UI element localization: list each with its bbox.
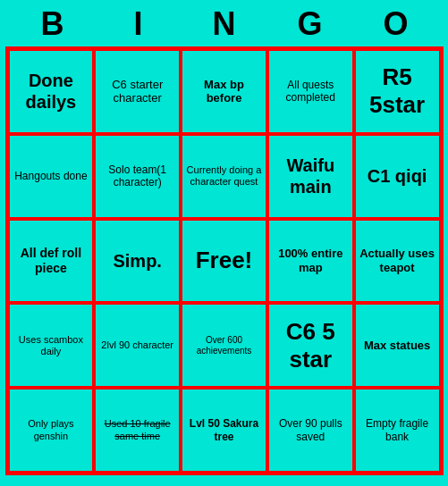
cell-11: Simp. [94,219,181,304]
cell-12: Free! [181,219,267,304]
cell-3: All quests completed [267,49,354,134]
letter-i: I [103,5,174,43]
letter-n: N [189,5,260,43]
cell-4: R5 5star [354,49,441,134]
cell-20: Only plays genshin [8,388,95,473]
cell-24: Empty fragile bank [354,388,441,473]
cell-7: Currently doing a character quest [181,134,267,219]
cell-0: Done dailys [8,49,95,134]
cell-16: 2lvl 90 character [94,303,181,388]
cell-9: C1 qiqi [354,134,441,219]
cell-17: Over 600 achievements [181,303,267,388]
cell-15: Uses scambox daily [8,303,95,388]
cell-22: Lvl 50 Sakura tree [181,388,267,473]
letter-g: G [275,5,346,43]
cell-1: C6 starter character [94,49,181,134]
cell-18: C6 5 star [267,303,354,388]
cell-23: Over 90 pulls saved [267,388,354,473]
cell-19: Max statues [354,303,441,388]
cell-6: Solo team(1 character) [94,134,181,219]
cell-5: Hangouts done [8,134,95,219]
cell-13: 100% entire map [267,219,354,304]
cell-14: Actually uses teapot [354,219,441,304]
cell-8: Waifu main [267,134,354,219]
cell-10: All def roll piece [8,219,95,304]
letter-o: O [360,5,432,43]
cell-2: Max bp before [181,49,267,134]
letter-b: B [17,5,89,43]
bingo-title: B I N G O [10,5,439,43]
bingo-grid: Done dailys C6 starter character Max bp … [5,46,444,475]
cell-21: Used 10 fragile same time [94,388,181,473]
